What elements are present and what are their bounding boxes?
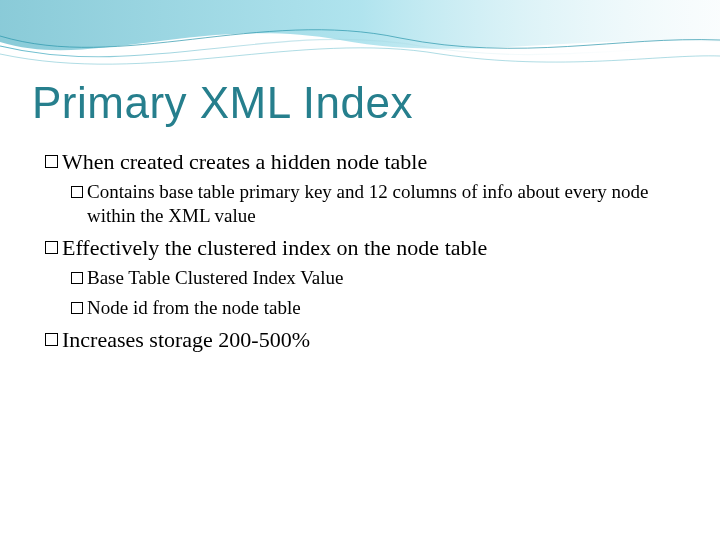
square-bullet-icon — [45, 155, 58, 168]
bullet-text: Contains base table primary key and 12 c… — [87, 180, 680, 229]
slide: Primary XML Index When created creates a… — [0, 0, 720, 540]
slide-body: When created creates a hidden node table… — [45, 148, 680, 358]
bullet-text: Effectively the clustered index on the n… — [62, 234, 680, 262]
square-bullet-icon — [71, 186, 83, 198]
bullet-text: Increases storage 200-500% — [62, 326, 680, 354]
bullet-text: When created creates a hidden node table — [62, 148, 680, 176]
bullet-text: Base Table Clustered Index Value — [87, 266, 680, 290]
square-bullet-icon — [71, 302, 83, 314]
square-bullet-icon — [71, 272, 83, 284]
wave-icon — [0, 0, 720, 90]
decorative-wave — [0, 0, 720, 90]
bullet-text: Node id from the node table — [87, 296, 680, 320]
square-bullet-icon — [45, 333, 58, 346]
slide-title: Primary XML Index — [32, 78, 688, 128]
bullet-level1: Increases storage 200-500% — [45, 326, 680, 354]
square-bullet-icon — [45, 241, 58, 254]
bullet-level2: Node id from the node table — [71, 296, 680, 320]
bullet-level2: Contains base table primary key and 12 c… — [71, 180, 680, 229]
bullet-level2: Base Table Clustered Index Value — [71, 266, 680, 290]
bullet-level1: Effectively the clustered index on the n… — [45, 234, 680, 262]
bullet-level1: When created creates a hidden node table — [45, 148, 680, 176]
